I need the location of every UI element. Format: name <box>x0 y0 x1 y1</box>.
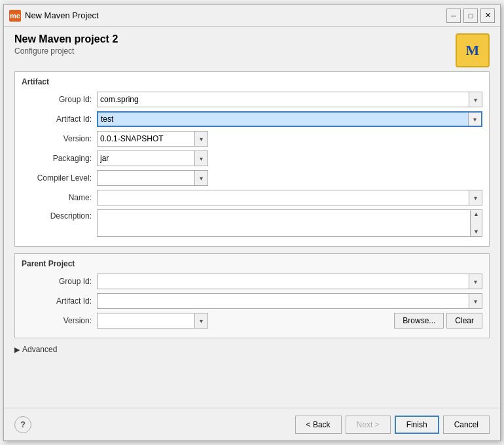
parent-artifact-id-row: Artifact Id: ▾ <box>22 293 482 309</box>
parent-group-id-label: Group Id: <box>22 277 97 286</box>
window-title: New Maven Project <box>25 10 446 20</box>
artifact-id-input[interactable] <box>98 113 468 126</box>
advanced-expand-icon: ▶ <box>14 346 20 354</box>
version-select-wrapper: 0.0.1-SNAPSHOT ▾ <box>97 131 208 147</box>
parent-version-label: Version: <box>22 316 97 325</box>
parent-artifact-id-input-wrapper: ▾ <box>97 293 482 309</box>
compiler-level-select[interactable]: 1.5 1.6 1.7 1.8 11 17 <box>98 171 194 185</box>
description-label: Description: <box>22 209 97 221</box>
artifact-section-title: Artifact <box>22 77 482 86</box>
group-id-input-wrapper: ▾ <box>97 92 482 107</box>
scroll-down-arrow[interactable]: ▼ <box>473 229 479 235</box>
maven-icon: M <box>456 33 490 67</box>
name-row: Name: ▾ <box>22 190 482 205</box>
finish-button[interactable]: Finish <box>395 416 439 434</box>
artifact-id-input-wrapper: ▾ <box>97 111 482 127</box>
parent-artifact-id-control: ▾ <box>97 293 482 309</box>
name-input-wrapper: ▾ <box>97 190 482 205</box>
version-label: Version: <box>22 134 97 143</box>
dialog: me New Maven Project ─ □ ✕ New Maven pro… <box>3 4 501 441</box>
artifact-id-row: Artifact Id: ▾ <box>22 111 482 127</box>
compiler-level-label: Compiler Level: <box>22 173 97 183</box>
packaging-dropdown-arrow[interactable]: ▾ <box>194 151 207 166</box>
packaging-select[interactable]: jar war pom ear <box>98 151 194 166</box>
back-button[interactable]: < Back <box>295 416 342 434</box>
parent-version-select-wrapper: ▾ <box>97 313 208 329</box>
artifact-id-label: Artifact Id: <box>22 115 97 124</box>
group-id-control: ▾ <box>97 92 482 107</box>
description-control: ▲ ▼ <box>97 209 482 237</box>
packaging-label: Packaging: <box>22 154 97 163</box>
compiler-level-dropdown-arrow[interactable]: ▾ <box>194 171 207 185</box>
parent-group-id-dropdown-btn[interactable]: ▾ <box>469 274 482 289</box>
footer-buttons: < Back Next > Finish Cancel <box>295 416 490 434</box>
packaging-row: Packaging: jar war pom ear ▾ <box>22 151 482 166</box>
name-control: ▾ <box>97 190 482 205</box>
artifact-section: Artifact Group Id: ▾ Artifact Id: ▾ <box>14 71 490 247</box>
parent-version-dropdown-arrow[interactable]: ▾ <box>194 313 207 328</box>
parent-project-title: Parent Project <box>22 259 482 268</box>
name-label: Name: <box>22 193 97 202</box>
parent-version-row: Version: ▾ Browse... Clear <box>22 313 482 329</box>
parent-artifact-id-dropdown-btn[interactable]: ▾ <box>469 294 482 308</box>
close-button[interactable]: ✕ <box>480 9 495 23</box>
help-button[interactable]: ? <box>14 416 31 433</box>
description-scroll-buttons: ▲ ▼ <box>470 210 482 236</box>
next-button[interactable]: Next > <box>346 416 391 434</box>
header-text: New Maven project 2 Configure project <box>14 33 118 56</box>
dialog-footer: ? < Back Next > Finish Cancel <box>4 408 500 440</box>
group-id-dropdown-btn[interactable]: ▾ <box>469 92 482 107</box>
parent-group-id-input-wrapper: ▾ <box>97 274 482 289</box>
parent-group-id-input[interactable] <box>98 274 469 289</box>
version-select[interactable]: 0.0.1-SNAPSHOT <box>98 132 194 146</box>
group-id-row: Group Id: ▾ <box>22 92 482 107</box>
description-textarea[interactable] <box>98 210 482 236</box>
name-input[interactable] <box>98 190 469 205</box>
artifact-id-dropdown-btn[interactable]: ▾ <box>468 113 481 126</box>
advanced-label: Advanced <box>22 345 57 354</box>
description-row: Description: ▲ ▼ <box>22 209 482 237</box>
parent-group-id-control: ▾ <box>97 274 482 289</box>
name-dropdown-btn[interactable]: ▾ <box>469 190 482 205</box>
cancel-button[interactable]: Cancel <box>443 416 490 434</box>
parent-artifact-id-input[interactable] <box>98 294 469 308</box>
dialog-body: Artifact Group Id: ▾ Artifact Id: ▾ <box>4 71 500 408</box>
packaging-select-wrapper: jar war pom ear ▾ <box>97 151 208 166</box>
parent-group-id-row: Group Id: ▾ <box>22 274 482 289</box>
parent-version-select[interactable] <box>98 313 194 328</box>
version-row: Version: 0.0.1-SNAPSHOT ▾ <box>22 131 482 147</box>
version-dropdown-arrow[interactable]: ▾ <box>194 132 207 146</box>
dialog-subtitle: Configure project <box>14 46 118 56</box>
browse-button[interactable]: Browse... <box>394 313 444 329</box>
dialog-header: New Maven project 2 Configure project M <box>4 27 500 71</box>
artifact-id-control: ▾ <box>97 111 482 127</box>
compiler-level-select-wrapper: 1.5 1.6 1.7 1.8 11 17 ▾ <box>97 170 208 186</box>
minimize-button[interactable]: ─ <box>446 9 461 23</box>
advanced-row[interactable]: ▶ Advanced <box>14 342 490 357</box>
description-textarea-wrapper: ▲ ▼ <box>97 209 482 237</box>
window-controls: ─ □ ✕ <box>446 9 495 23</box>
restore-button[interactable]: □ <box>463 9 478 23</box>
dialog-title: New Maven project 2 <box>14 33 118 45</box>
app-icon: me <box>9 10 21 22</box>
title-bar: me New Maven Project ─ □ ✕ <box>4 5 500 27</box>
parent-project-section: Parent Project Group Id: ▾ Artifact Id: <box>14 253 490 338</box>
group-id-input[interactable] <box>98 92 469 107</box>
group-id-label: Group Id: <box>22 95 97 104</box>
clear-button[interactable]: Clear <box>446 313 482 329</box>
parent-artifact-id-label: Artifact Id: <box>22 296 97 306</box>
compiler-level-row: Compiler Level: 1.5 1.6 1.7 1.8 11 17 ▾ <box>22 170 482 186</box>
scroll-up-arrow[interactable]: ▲ <box>473 211 479 217</box>
